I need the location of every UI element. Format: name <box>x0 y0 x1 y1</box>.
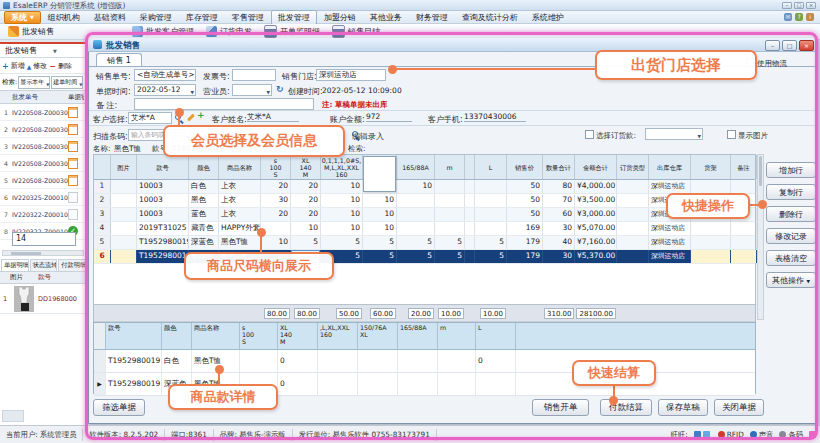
menu-item-basedata[interactable]: 基础资料 <box>87 12 133 23</box>
mail-icon[interactable]: ✉ <box>784 13 792 21</box>
header-cell-warehouse[interactable]: 出库仓库 <box>649 155 691 179</box>
menu-item-inventory[interactable]: 库存管理 <box>179 12 225 23</box>
header-cell-amt-total[interactable]: 金额合计 <box>575 155 617 179</box>
chevron-down-icon[interactable]: ▼ <box>191 88 194 96</box>
sales-grid-row[interactable]: 310003蓝色上衣202010105060¥3,000.00深圳运动店 <box>94 208 755 222</box>
menu-item-maintenance[interactable]: 系统维护 <box>525 12 571 23</box>
header-cell-price[interactable]: 销售价 <box>507 155 543 179</box>
header-cell-size-s[interactable]: s 100 S <box>261 155 291 179</box>
menu-item-org[interactable]: 组织机构 <box>41 12 87 23</box>
edit-entry-button[interactable]: 编辑录入 <box>352 131 384 142</box>
order-no-field[interactable]: <自动生成单号> <box>134 69 196 81</box>
dialog-maximize-icon[interactable]: □ <box>782 40 797 51</box>
sidebar-tab-wholesale[interactable]: 批发销售 ▼ <box>0 44 86 58</box>
filter-doc-button[interactable]: 筛选单据 <box>93 399 145 416</box>
sidebar-order-row[interactable]: 5IV220508-Z00030001 <box>0 172 86 189</box>
tab-sale-1[interactable]: 销售 1 <box>96 53 142 67</box>
modify-button[interactable]: 修改 <box>33 61 47 71</box>
sidebar-horizontal-scrollbar[interactable] <box>2 250 84 256</box>
minimize-icon[interactable]: – <box>782 2 792 9</box>
header-cell-size-m[interactable]: m <box>438 323 476 349</box>
customer-select-field[interactable]: 艾米*A <box>128 112 172 124</box>
toolbar-customer-mgmt-button[interactable]: 批发客户管理 <box>132 26 194 37</box>
menu-item-wholesale[interactable]: 批发管理 <box>271 10 317 25</box>
tab-payment-detail[interactable]: 付款明细 <box>58 259 86 271</box>
header-cell-size-16588a[interactable]: 165/88A <box>397 155 435 179</box>
menu-item-franchise[interactable]: 加盟分销 <box>317 12 363 23</box>
header-cell-name[interactable]: 商品名称 <box>192 323 240 349</box>
delete-button[interactable]: 删除 <box>58 61 72 71</box>
pick-order-select[interactable]: ▼ <box>645 128 703 140</box>
add-button[interactable]: 新增 <box>11 61 25 71</box>
header-cell-image[interactable]: 图片 <box>111 155 137 179</box>
header-cell-name[interactable]: 商品名称 <box>219 155 261 179</box>
tab-status-flow[interactable]: 状态流转 <box>30 259 58 271</box>
toolbar-wholesale-sale-button[interactable]: 批发销售 <box>8 26 54 37</box>
sidebar-order-row[interactable]: 2IV220508-Z00030004 <box>0 121 86 138</box>
order-by-select[interactable]: 建单时间▼ <box>51 76 83 89</box>
sidebar-detail-row[interactable]: 1 DD1968000 <box>0 284 86 314</box>
sidebar-order-row[interactable]: 1IV220508-Z00030005 <box>0 104 86 121</box>
header-cell-sku[interactable]: 款号 <box>106 323 162 349</box>
scrollbar-thumb[interactable] <box>759 156 762 186</box>
header-cell-size-xl140[interactable]: XL 140 M <box>278 323 318 349</box>
header-cell-size-160[interactable]: ,L,XL,XXL 160 <box>318 323 358 349</box>
modify-record-button[interactable]: 修改记录 <box>766 228 816 244</box>
sidebar-order-row[interactable]: 7IV220322-Z00010002 <box>0 206 86 223</box>
sidebar-order-row[interactable]: 6IV220325-Z00010001 <box>0 189 86 206</box>
dialog-minimize-icon[interactable]: – <box>765 40 780 51</box>
toolbar-order-dispatch-button[interactable]: 订货申发 <box>206 26 252 37</box>
header-cell-size-m[interactable]: m <box>435 155 465 179</box>
header-cell-rack[interactable]: 货架 <box>691 155 731 179</box>
help-icon[interactable]: ? <box>795 13 803 21</box>
header-cell-qty-total[interactable]: 数量合计 <box>543 155 575 179</box>
refresh-icon[interactable]: ↻ <box>276 84 284 94</box>
dialog-close-icon[interactable]: × <box>799 40 814 51</box>
pay-settle-button[interactable]: 付款结算 <box>600 399 652 416</box>
header-cell-size-l[interactable]: L <box>475 155 507 179</box>
info-icon[interactable]: i <box>806 13 814 21</box>
header-cell-size-16588a[interactable]: 165/88A <box>398 323 438 349</box>
rfid-icon[interactable] <box>718 431 725 438</box>
size-filter-popup[interactable] <box>363 156 396 192</box>
show-image-option[interactable]: 显示图片 <box>727 130 768 141</box>
header-cell-size-xl140[interactable]: XL 140 M <box>291 155 321 179</box>
other-actions-button[interactable]: 其他操作 ▼ <box>766 272 816 288</box>
doc-date-field[interactable]: 2022-05-12▼ <box>134 84 196 96</box>
chevron-down-icon[interactable]: ▼ <box>53 48 57 54</box>
menu-item-other-business[interactable]: 其他业务 <box>363 12 409 23</box>
clerk-select[interactable]: ▼ <box>232 84 272 96</box>
invoice-field[interactable] <box>232 69 276 81</box>
add-row-button[interactable]: 增加行 <box>766 162 816 178</box>
sales-grid-row[interactable]: 210003黑色上衣302010105070¥3,500.00深圳运动店 <box>94 194 755 208</box>
copy-row-button[interactable]: 复制行 <box>766 184 816 200</box>
menu-item-retail[interactable]: 零售管理 <box>225 12 271 23</box>
grid-vertical-scrollbar[interactable] <box>757 154 764 320</box>
clear-grid-button[interactable]: 表格清空 <box>766 250 816 266</box>
toolbar-daily-settle-button[interactable]: 销售日结 <box>332 25 380 38</box>
sidebar-order-row[interactable]: 4IV220508-Z00030002 <box>0 155 86 172</box>
menu-item-finance[interactable]: 财务管理 <box>409 12 455 23</box>
toolbar-billing-detail-button[interactable]: 开单监明细 <box>264 25 320 38</box>
header-cell-color[interactable]: 颜色 <box>162 323 192 349</box>
barcode-icon[interactable] <box>779 431 786 438</box>
store-field[interactable]: 深圳运动店 <box>316 69 386 81</box>
chevron-down-icon[interactable]: ▼ <box>267 88 270 96</box>
sales-grid-row[interactable]: 110003白色上衣202010105080¥4,000.00深圳运动店 <box>94 180 755 194</box>
tab-doc-detail[interactable]: 单据明细 <box>1 259 29 271</box>
header-cell-sku[interactable]: 款号 <box>137 155 189 179</box>
plus-icon[interactable]: + <box>197 110 205 120</box>
header-cell-note[interactable]: 备注 <box>731 155 757 179</box>
pick-order-option[interactable]: 选择订货款: <box>585 130 636 141</box>
close-doc-button[interactable]: 关闭单据 <box>714 399 764 416</box>
header-cell-size-s[interactable]: s 100 S <box>240 323 278 349</box>
delete-row-button[interactable]: 删除行 <box>766 206 816 222</box>
header-cell-size-l[interactable]: L <box>476 323 516 349</box>
save-draft-button[interactable]: 保存草稿 <box>658 399 708 416</box>
date-range-select[interactable]: 显示本年▼ <box>18 76 50 89</box>
menu-item-query-stats[interactable]: 查询及统计分析 <box>455 12 525 23</box>
sidebar-order-row[interactable]: 3IV220508-Z00030003 <box>0 138 86 155</box>
menu-item-purchase[interactable]: 采购管理 <box>133 12 179 23</box>
maximize-icon[interactable]: □ <box>794 2 804 9</box>
header-cell-order-type[interactable]: 订货类型 <box>617 155 649 179</box>
